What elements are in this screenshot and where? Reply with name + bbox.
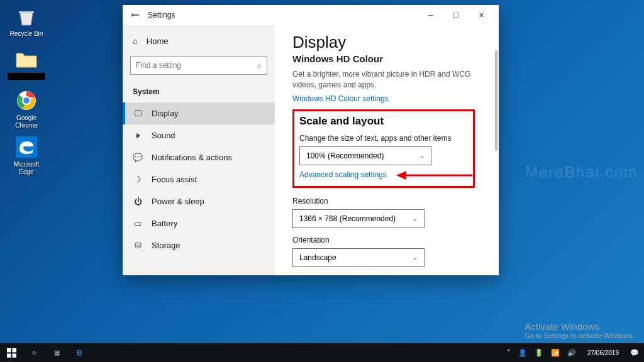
svg-rect-3 [16, 136, 37, 158]
resolution-value: 1366 × 768 (Recommended) [299, 214, 396, 223]
content-pane: Display Windows HD Colour Get a brighter… [275, 25, 499, 275]
nav-label: Storage [152, 241, 180, 250]
sound-icon: 🕨 [133, 131, 143, 140]
sidebar: ⌂ Home ⌕ System 🖵Display 🕨Sound 💬Notific… [123, 25, 275, 275]
search-box[interactable]: ⌕ [130, 56, 267, 75]
task-view-button[interactable]: ⊞ [45, 343, 68, 362]
nav-sound[interactable]: 🕨Sound [123, 124, 275, 146]
orientation-dropdown[interactable]: Landscape ⌄ [292, 248, 425, 267]
window-title: Settings [148, 11, 418, 19]
desktop-icon-recycle-bin[interactable]: Recycle Bin [8, 4, 45, 38]
chevron-down-icon: ⌄ [419, 152, 425, 159]
taskbar-app[interactable] [91, 343, 122, 362]
tray-people-icon[interactable]: 👤 [518, 349, 527, 357]
scale-dropdown[interactable]: 100% (Recommended) ⌄ [299, 146, 431, 165]
nav-label: Power & sleep [152, 197, 204, 206]
chevron-down-icon: ⌄ [413, 215, 418, 222]
nav-display[interactable]: 🖵Display [123, 102, 275, 124]
home-label: Home [147, 36, 169, 46]
desktop-icon-label: Google Chrome [8, 114, 45, 129]
desktop-icon-label: Recycle Bin [8, 30, 45, 38]
desktop-icon-label-redacted [8, 73, 45, 80]
tray-battery-icon[interactable]: 🔋 [535, 349, 543, 357]
display-icon: 🖵 [133, 109, 143, 118]
nav-label: Notifications & actions [152, 153, 232, 162]
nav-label: Sound [152, 131, 175, 140]
hd-colour-heading: Windows HD Colour [292, 53, 481, 64]
tray-notifications-icon[interactable]: 💬 [630, 349, 639, 357]
power-icon: ⏻ [133, 197, 143, 206]
desktop-icon-folder[interactable] [8, 47, 45, 80]
battery-icon: ▭ [133, 219, 143, 228]
focus-icon: ☽ [133, 175, 143, 184]
desktop-icon-chrome[interactable]: Google Chrome [8, 88, 45, 129]
taskbar: ○ ⊞ e ˄ 👤 🔋 📶 🔊 27/06/2019 💬 [0, 343, 644, 362]
storage-icon: ⛁ [133, 241, 143, 250]
svg-point-2 [23, 97, 30, 104]
resolution-label: Resolution [292, 197, 481, 206]
recycle-bin-icon [14, 4, 39, 29]
svg-rect-6 [7, 348, 11, 353]
sidebar-group: System [123, 84, 275, 102]
svg-rect-7 [12, 348, 16, 353]
nav-label: Focus assist [152, 175, 197, 184]
annotation-arrow [394, 168, 475, 182]
taskbar-edge[interactable]: e [68, 343, 91, 362]
scrollbar[interactable] [495, 50, 497, 273]
watermark: MeraBhai.com [525, 163, 638, 181]
folder-icon [14, 47, 39, 72]
desktop-icon-label: Microsoft Edge [8, 161, 45, 176]
svg-marker-5 [396, 171, 406, 180]
nav-label: Display [152, 109, 179, 118]
nav-storage[interactable]: ⛁Storage [123, 234, 275, 256]
hd-colour-link[interactable]: Windows HD Colour settings [292, 94, 481, 103]
nav-label: Battery [152, 219, 177, 228]
maximize-button[interactable]: ☐ [443, 6, 469, 24]
taskbar-clock[interactable]: 27/06/2019 [584, 349, 623, 356]
tray-volume-icon[interactable]: 🔊 [567, 349, 576, 357]
page-title: Display [292, 33, 481, 52]
scale-value: 100% (Recommended) [306, 151, 384, 160]
advanced-scaling-link[interactable]: Advanced scaling settings [299, 170, 387, 179]
activate-windows: Activate Windows Go to Settings to activ… [525, 321, 634, 339]
close-button[interactable]: ✕ [469, 6, 494, 24]
chrome-icon [14, 88, 39, 113]
scale-field-label: Change the size of text, apps and other … [299, 134, 468, 143]
taskbar-app[interactable] [122, 343, 153, 362]
chevron-down-icon: ⌄ [413, 254, 418, 261]
tray-chevron-icon[interactable]: ˄ [507, 349, 511, 357]
home-icon: ⌂ [133, 36, 138, 46]
desktop-icon-edge[interactable]: Microsoft Edge [8, 134, 45, 176]
system-tray: ˄ 👤 🔋 📶 🔊 27/06/2019 💬 [507, 349, 644, 357]
svg-rect-8 [7, 353, 11, 358]
scale-heading: Scale and layout [299, 115, 468, 128]
start-button[interactable] [0, 343, 23, 362]
home-button[interactable]: ⌂ Home [123, 30, 275, 52]
scroll-thumb[interactable] [495, 50, 497, 151]
orientation-value: Landscape [299, 253, 336, 262]
cortana-button[interactable]: ○ [23, 343, 45, 362]
svg-rect-9 [12, 353, 16, 358]
annotation-highlight: Scale and layout Change the size of text… [292, 109, 475, 188]
edge-icon [14, 134, 39, 160]
nav-power-sleep[interactable]: ⏻Power & sleep [123, 190, 275, 212]
orientation-label: Orientation [292, 236, 481, 244]
notifications-icon: 💬 [133, 153, 143, 162]
titlebar: 🠔 Settings ─ ☐ ✕ [123, 5, 499, 25]
search-icon: ⌕ [257, 61, 262, 70]
nav-notifications[interactable]: 💬Notifications & actions [123, 146, 275, 168]
back-button[interactable]: 🠔 [128, 10, 143, 20]
nav-focus-assist[interactable]: ☽Focus assist [123, 168, 275, 190]
tray-wifi-icon[interactable]: 📶 [551, 349, 560, 357]
hd-colour-desc: Get a brighter, more vibrant picture in … [292, 69, 481, 90]
activate-title: Activate Windows [525, 321, 634, 332]
settings-window: 🠔 Settings ─ ☐ ✕ ⌂ Home ⌕ System 🖵Displa… [123, 5, 499, 275]
nav-battery[interactable]: ▭Battery [123, 212, 275, 234]
minimize-button[interactable]: ─ [418, 6, 443, 24]
search-input[interactable] [136, 61, 257, 70]
resolution-dropdown[interactable]: 1366 × 768 (Recommended) ⌄ [292, 209, 425, 228]
activate-subtitle: Go to Settings to activate Windows. [525, 332, 634, 339]
